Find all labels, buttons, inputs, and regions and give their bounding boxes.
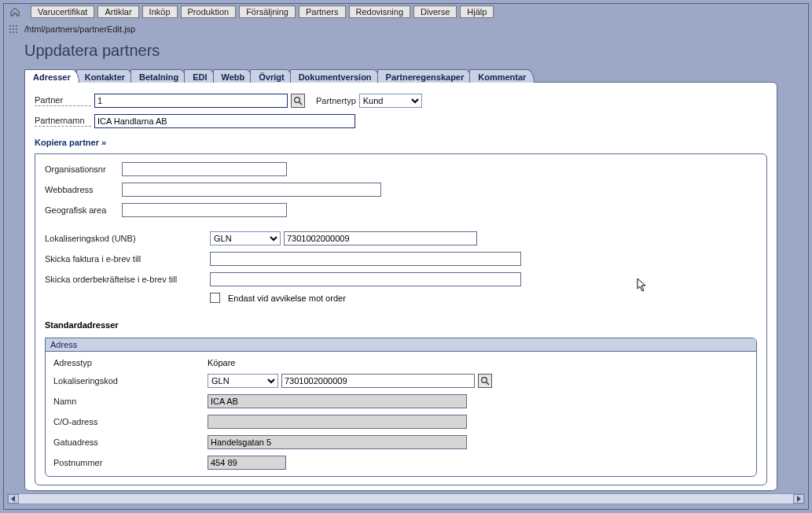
tab-dokumentversion[interactable]: Dokumentversion (290, 69, 380, 83)
orgnr-input[interactable] (122, 162, 287, 176)
web-label: Webbadress (45, 185, 119, 194)
tabstrip: Adresser Kontakter Betalning EDI Webb Öv… (24, 69, 808, 83)
addr-co-label: C/O-adress (53, 417, 204, 426)
panel-grip-icon[interactable] (9, 28, 20, 37)
page-title: Uppdatera partners (24, 42, 808, 60)
menu-forsaljning[interactable]: Försäljning (239, 6, 296, 18)
svg-rect-6 (9, 31, 11, 33)
addr-type-label: Adresstyp (53, 358, 204, 367)
menu-partners[interactable]: Partners (299, 6, 346, 18)
tab-kommentar[interactable]: Kommentar (469, 69, 535, 83)
tab-webb[interactable]: Webb (213, 69, 254, 83)
partnertype-label: Partnertyp (316, 96, 356, 105)
unb-label: Lokaliseringskod (UNB) (45, 234, 207, 243)
menu-produktion[interactable]: Produktion (181, 6, 237, 18)
left-gutter (4, 20, 24, 509)
svg-rect-4 (13, 28, 14, 30)
tab-kontakter[interactable]: Kontakter (76, 69, 134, 83)
copy-partner-link[interactable]: Kopiera partner » (35, 138, 106, 147)
addr-postal-input[interactable] (208, 456, 286, 470)
svg-rect-2 (16, 25, 17, 27)
address-panel: Adress Adresstyp Köpare Lokaliseringskod… (45, 338, 757, 477)
only-on-deviation-checkbox[interactable] (210, 293, 220, 303)
search-icon (293, 96, 303, 105)
tab-partneregenskaper[interactable]: Partneregenskaper (377, 69, 473, 83)
address-panel-header: Adress (46, 338, 756, 352)
geo-label: Geografisk area (45, 205, 119, 215)
partnertype-select[interactable]: Kund (359, 94, 422, 108)
only-on-deviation-label: Endast vid avvikelse mot order (228, 293, 346, 303)
orgnr-label: Organisationsnr (45, 164, 119, 174)
details-panel: Organisationsnr Webbadress Geografisk ar… (35, 153, 767, 485)
svg-rect-1 (13, 25, 14, 27)
addr-loc-type-select[interactable]: GLN (208, 374, 278, 388)
partnername-label: Partnernamn (35, 116, 91, 127)
menu-diverse[interactable]: Diverse (413, 6, 457, 18)
invoice-email-input[interactable] (210, 252, 521, 266)
svg-point-11 (482, 378, 487, 383)
svg-line-12 (487, 382, 489, 385)
addr-postal-label: Postnummer (53, 458, 204, 467)
tab-betalning[interactable]: Betalning (130, 69, 187, 83)
svg-rect-0 (9, 25, 11, 27)
addr-type-value: Köpare (208, 358, 235, 367)
addr-name-input[interactable] (208, 394, 467, 408)
scroll-left-arrow-icon[interactable] (8, 494, 19, 504)
addr-loc-lookup-button[interactable] (478, 374, 492, 388)
partner-input[interactable] (94, 94, 288, 108)
partner-lookup-button[interactable] (291, 94, 305, 108)
orderconf-email-input[interactable] (210, 272, 521, 286)
search-icon (480, 376, 490, 386)
scroll-right-arrow-icon[interactable] (793, 494, 804, 504)
svg-rect-5 (16, 28, 17, 30)
menu-inkop[interactable]: Inköp (142, 6, 178, 18)
breadcrumb: /html/partners/partnerEdit.jsp (24, 20, 808, 40)
svg-point-9 (295, 98, 300, 103)
menu-artiklar[interactable]: Artiklar (97, 6, 138, 18)
main-menubar: Varucertifikat Artiklar Inköp Produktion… (4, 4, 808, 20)
svg-line-10 (299, 102, 302, 105)
addr-loc-label: Lokaliseringskod (53, 376, 204, 386)
addr-co-input[interactable] (208, 415, 467, 429)
menu-redovisning[interactable]: Redovisning (349, 6, 411, 18)
tab-edi[interactable]: EDI (184, 69, 215, 83)
addr-loc-value-input[interactable] (281, 374, 475, 388)
addr-street-input[interactable] (208, 435, 467, 449)
web-input[interactable] (122, 183, 381, 197)
unb-type-select[interactable]: GLN (210, 231, 281, 245)
addr-name-label: Namn (53, 397, 204, 406)
standard-addresses-heading: Standardadresser (45, 320, 757, 330)
tab-adresser[interactable]: Adresser (24, 69, 79, 83)
addr-street-label: Gatuadress (53, 437, 204, 447)
partnername-input[interactable] (94, 114, 355, 128)
tab-panel-adresser: Partner Partnertyp Kund Partnernamn Kopi… (24, 82, 777, 491)
partner-label: Partner (35, 95, 91, 106)
horizontal-scrollbar[interactable] (7, 493, 805, 504)
invoice-email-label: Skicka faktura i e-brev till (45, 254, 207, 264)
orderconf-email-label: Skicka orderbekräftelse i e-brev till (45, 275, 207, 284)
svg-rect-7 (13, 31, 14, 33)
geo-input[interactable] (122, 203, 287, 217)
home-icon[interactable] (9, 6, 21, 18)
tab-ovrigt[interactable]: Övrigt (250, 69, 292, 83)
menu-varucertifikat[interactable]: Varucertifikat (31, 6, 94, 18)
unb-value-input[interactable] (284, 231, 477, 245)
svg-rect-8 (16, 31, 17, 33)
svg-rect-3 (9, 28, 11, 30)
menu-hjalp[interactable]: Hjälp (460, 6, 494, 18)
